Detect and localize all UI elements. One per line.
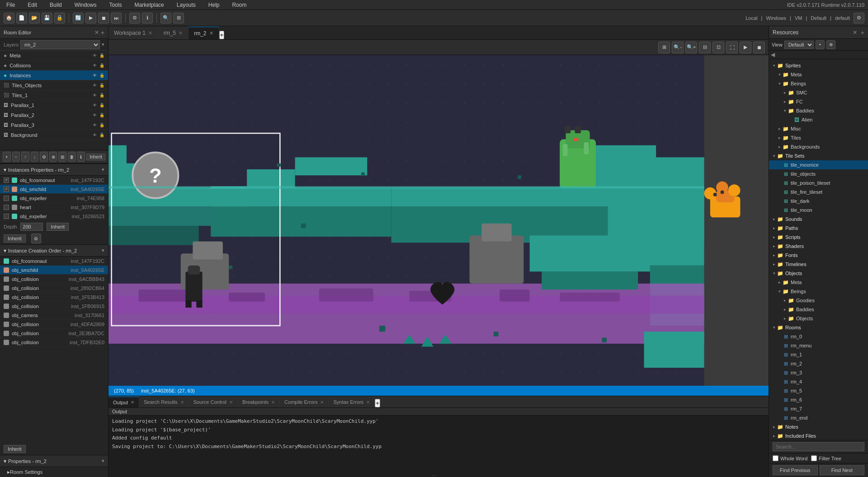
instance-row-4[interactable]: obj_expeller inst_16266523 — [0, 212, 108, 221]
delete-layer-button[interactable]: − — [12, 152, 20, 162]
creation-order-inherit-button[interactable]: Inherit — [4, 445, 26, 453]
tab-syntax-errors-close[interactable]: ✕ — [366, 400, 370, 405]
resources-close[interactable]: ✕ — [853, 29, 857, 36]
creation-row-2[interactable]: obj_collision inst_6ACBBB43 — [0, 275, 108, 284]
tree-objects-meta[interactable]: ▸ 📁 Meta — [769, 278, 868, 287]
tree-rm6[interactable]: ⊞ rm_6 — [769, 395, 868, 404]
tree-rm1[interactable]: ⊞ rm_1 — [769, 350, 868, 359]
tab-syntax-errors[interactable]: Syntax Errors ✕ — [329, 397, 375, 407]
creation-row-1[interactable]: obj_smchild inst_5A40265E — [0, 266, 108, 275]
layer-tiles-objects-lock[interactable]: 🔓 — [99, 83, 104, 88]
tree-included-files[interactable]: ▸ 📁 Included Files — [769, 431, 868, 440]
layer-tiles-1-lock[interactable]: 🔓 — [99, 93, 104, 98]
creation-row-5[interactable]: obj_collision inst_1FB06915 — [0, 302, 108, 311]
new-button[interactable]: 📄 — [16, 13, 27, 23]
tab-source-control-close[interactable]: ✕ — [229, 400, 233, 405]
tree-misc[interactable]: ▸ 📁 Misc — [769, 124, 868, 133]
tab-search-results-close[interactable]: ✕ — [180, 400, 184, 405]
menu-edit[interactable]: Edit — [25, 1, 40, 9]
add-tab-button[interactable]: + — [219, 31, 225, 39]
layer-instances[interactable]: ● Instances 👁 🔓 — [0, 70, 108, 80]
tab-output[interactable]: Output ✕ — [108, 397, 139, 407]
menu-build[interactable]: Build — [47, 1, 65, 9]
tree-objects-objects[interactable]: ▸ 📁 Objects — [769, 314, 868, 323]
instance-check-4[interactable] — [4, 214, 9, 219]
tree-scripts[interactable]: ▸ 📁 Scripts — [769, 233, 868, 242]
add-layer-button[interactable]: + — [3, 152, 11, 162]
find-next-button[interactable]: Find Next — [820, 465, 865, 475]
tree-rm5[interactable]: ⊞ rm_5 — [769, 386, 868, 395]
tab-compile-errors-close[interactable]: ✕ — [320, 400, 324, 405]
tree-objects[interactable]: ▾ 📁 Objects — [769, 269, 868, 278]
resources-add-button[interactable]: ⊕ — [826, 40, 835, 49]
settings-button[interactable]: ⚙ — [129, 13, 140, 23]
layer-parallax-1-eye[interactable]: 👁 — [93, 103, 97, 108]
tree-backgrounds-sprites[interactable]: ▸ 📁 Backgrounds — [769, 142, 868, 151]
resources-back-arrow[interactable]: ◀ — [771, 51, 775, 58]
properties-header[interactable]: Properties - rm_2 ▾ — [0, 455, 108, 467]
instance-row-0[interactable]: ✓ obj_fcosmonaut inst_147F192C — [0, 176, 108, 185]
tree-tile-fire[interactable]: ⊞ tile_fire_tileset — [769, 187, 868, 196]
instance-check-0[interactable]: ✓ — [4, 178, 9, 183]
info-button[interactable]: ℹ — [142, 13, 153, 23]
creation-order-collapse[interactable]: ▾ — [102, 248, 104, 253]
instances-props-header[interactable]: Instances Properties - rm_2 ▾ — [0, 164, 108, 176]
tree-tile-poison[interactable]: ⊞ tile_poison_tileset — [769, 178, 868, 187]
play-button[interactable]: ▶ — [85, 13, 96, 23]
stop-button[interactable]: ⏹ — [98, 13, 109, 23]
tab-breakpoints[interactable]: Breakpoints ✕ — [238, 397, 280, 407]
layer-tiles-1-eye[interactable]: 👁 — [93, 93, 97, 98]
tree-rm4[interactable]: ⊞ rm_4 — [769, 377, 868, 386]
tab-search-results[interactable]: Search Results ✕ — [139, 397, 189, 407]
tree-rm-end[interactable]: ⊞ rm_end — [769, 413, 868, 422]
grid-button[interactable]: ⊞ — [173, 13, 184, 23]
layer-instances-lock[interactable]: 🔓 — [99, 73, 104, 78]
fit-canvas-button[interactable]: ⊡ — [712, 42, 724, 53]
layer-parallax-2-lock[interactable]: 🔓 — [99, 113, 104, 117]
tree-rm3[interactable]: ⊞ rm_3 — [769, 368, 868, 377]
menu-help[interactable]: Help — [206, 1, 222, 9]
tree-objects-beings[interactable]: ▾ 📁 Beings — [769, 287, 868, 296]
menu-windows[interactable]: Windows — [72, 1, 99, 9]
tree-paths[interactable]: ▸ 📁 Paths — [769, 224, 868, 233]
layer-parallax-1-lock[interactable]: 🔓 — [99, 103, 104, 108]
step-button[interactable]: ⏭ — [111, 13, 122, 23]
layer-instances-eye[interactable]: 👁 — [93, 73, 97, 78]
play-canvas-button[interactable]: ▶ — [740, 42, 751, 53]
fullscreen-button[interactable]: ⛶ — [726, 42, 738, 53]
menu-tools[interactable]: Tools — [106, 1, 124, 9]
layer-trash-button[interactable]: 🗑 — [68, 152, 76, 162]
tree-sprites-meta[interactable]: ▾ 📁 Meta — [769, 70, 868, 79]
tree-alien[interactable]: 🖼 Alien — [769, 115, 868, 124]
inherit-button[interactable]: Inherit — [4, 234, 26, 243]
tree-smc[interactable]: ▸ 📁 SMC — [769, 88, 868, 97]
tree-rm7[interactable]: ⊞ rm_7 — [769, 404, 868, 413]
tab-rm5[interactable]: rm_5 ✕ — [158, 27, 189, 39]
layer-meta-eye[interactable]: 👁 — [93, 53, 97, 58]
tree-sprites-beings[interactable]: ▾ 📁 Beings — [769, 79, 868, 88]
resources-add-group-button[interactable]: + — [816, 40, 825, 49]
layer-background-lock[interactable]: 🔓 — [99, 133, 104, 137]
tab-rm5-close[interactable]: ✕ — [179, 30, 183, 36]
lock-button[interactable]: 🔒 — [54, 13, 65, 23]
tree-tile-dark[interactable]: ⊞ tile_dark — [769, 196, 868, 206]
zoom-out-button[interactable]: 🔍- — [672, 42, 684, 53]
layer-parallax-1[interactable]: 🖼 Parallax_1 👁 🔓 — [0, 100, 108, 110]
whole-word-option[interactable]: Whole Word — [773, 455, 807, 461]
menu-file[interactable]: File — [4, 1, 18, 9]
layer-meta-lock[interactable]: 🔓 — [99, 53, 104, 58]
depth-inherit-button[interactable]: Inherit — [47, 223, 69, 231]
layer-parallax-3-lock[interactable]: 🔓 — [99, 123, 104, 127]
menu-marketplace[interactable]: Marketplace — [132, 1, 166, 9]
layer-info-button[interactable]: ℹ — [77, 152, 85, 162]
layer-collisions-eye[interactable]: 👁 — [93, 63, 97, 68]
layer-tiles-objects-eye[interactable]: 👁 — [93, 83, 97, 88]
tree-shaders[interactable]: ▸ 📁 Shaders — [769, 242, 868, 251]
add-bottom-tab-button[interactable]: + — [375, 399, 380, 407]
tree-rm0[interactable]: ⊞ rm_0 — [769, 332, 868, 341]
home-button[interactable]: 🏠 — [4, 13, 14, 23]
layer-meta[interactable]: ● Meta 👁 🔓 — [0, 51, 108, 61]
canvas-area[interactable]: ? — [108, 55, 769, 386]
tab-rm2[interactable]: rm_2 ✕ — [189, 27, 219, 39]
layer-tiles-1[interactable]: ⬛ Tiles_1 👁 🔓 — [0, 90, 108, 100]
